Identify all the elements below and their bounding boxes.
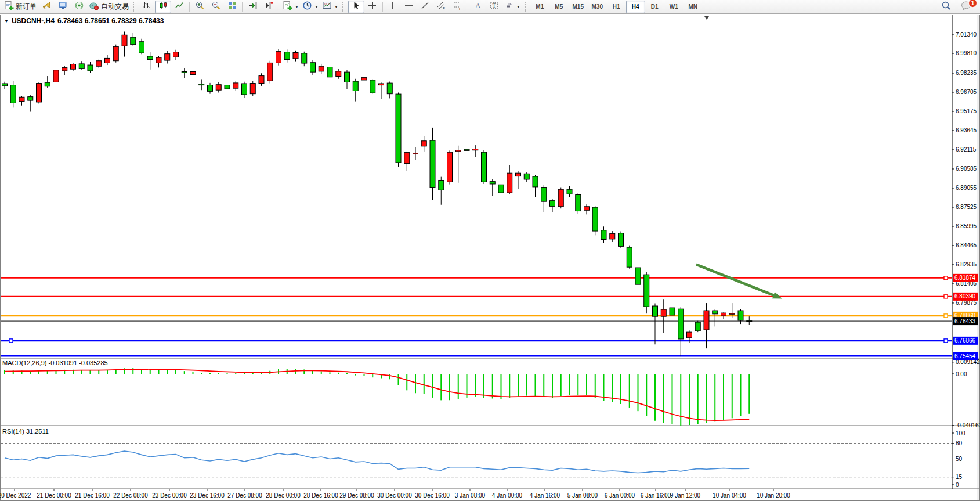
candle-body: [670, 308, 675, 315]
template-icon: [322, 1, 332, 13]
market-depth-button[interactable]: [55, 1, 71, 13]
chart-shift-button[interactable]: [261, 1, 277, 13]
candle-body: [704, 311, 709, 330]
timeframe-button-M1[interactable]: M1: [530, 1, 549, 13]
candle-body: [490, 182, 495, 184]
fibonacci-tool-button[interactable]: F: [450, 1, 466, 13]
candle-body: [576, 195, 581, 211]
search-button[interactable]: [938, 1, 954, 13]
timeframe-button-M5[interactable]: M5: [549, 1, 569, 13]
trendline-tool-button[interactable]: [417, 1, 433, 13]
candle-body: [695, 322, 700, 331]
templates-button[interactable]: ▼: [320, 1, 340, 13]
horn-button[interactable]: [38, 1, 55, 13]
crosshair-icon: [367, 1, 377, 13]
candle-body: [413, 153, 418, 154]
fibonacci-icon: F: [453, 1, 462, 13]
symbol-label[interactable]: ▼ USDCNH-,H4 6.78463 6.78651 6.78329 6.7…: [4, 17, 164, 25]
candle-body: [19, 97, 24, 101]
candle-body: [379, 84, 384, 85]
candle-body: [421, 141, 426, 146]
time-label: 3 Jan 08:00: [455, 492, 486, 499]
price-badge-6.81874: 6.81874: [953, 274, 978, 282]
candle-body: [267, 63, 273, 81]
candle-body: [250, 84, 255, 94]
candle-body: [713, 311, 718, 314]
price-tick-label: 6.92115: [956, 146, 977, 153]
timeframe-button-M30[interactable]: M30: [588, 1, 607, 13]
macd-axis-label: 0.00: [956, 371, 967, 377]
auto-scroll-button[interactable]: [244, 1, 261, 13]
rsi-axis-label: 80: [956, 440, 963, 446]
candle-body: [601, 230, 606, 240]
chevron-down-icon: ▼: [295, 5, 299, 9]
candle-body: [165, 54, 170, 60]
line-chart-button[interactable]: [171, 1, 187, 13]
timeframe-button-W1[interactable]: W1: [664, 1, 684, 13]
zoom-in-button[interactable]: [191, 1, 208, 13]
zoom-out-button[interactable]: [208, 1, 224, 13]
candle-body: [678, 309, 684, 339]
timeframe-button-MN[interactable]: MN: [684, 1, 703, 13]
price-tick-label: 6.99810: [956, 50, 977, 56]
trend-arrow-annotation: [696, 265, 782, 299]
candle-body: [37, 84, 42, 102]
candle-body: [190, 71, 196, 74]
text-tool-button[interactable]: A: [470, 1, 486, 13]
tile-windows-button[interactable]: [224, 1, 240, 13]
price-axis: 7.013406.998106.982356.967056.951756.936…: [952, 15, 980, 489]
candlestick-chart-button[interactable]: [155, 1, 171, 13]
price-tick-label: 6.79875: [956, 300, 977, 306]
chart-shift-marker: [704, 16, 709, 20]
candle-body: [293, 52, 298, 58]
periods-button[interactable]: ▼: [301, 1, 320, 13]
arrows-tool-button[interactable]: ▼: [502, 1, 522, 13]
equidistant-channel-icon: E: [436, 1, 446, 13]
autotrading-button[interactable]: 自动交易: [87, 1, 131, 13]
candle-body: [361, 78, 367, 80]
price-tick-label: 6.96705: [956, 89, 977, 95]
price-tick-label: 7.01340: [956, 31, 977, 38]
timeframe-button-D1[interactable]: D1: [645, 1, 664, 13]
candle-body: [353, 81, 358, 91]
time-label: 9 Jan 12:00: [670, 492, 701, 499]
time-label: 30 Dec 16:00: [415, 492, 450, 499]
price-tick-label: 6.98235: [956, 70, 977, 76]
chart-canvas[interactable]: 7.013406.998106.982356.967056.951756.936…: [0, 15, 980, 501]
rsi-axis-label: 0: [956, 482, 959, 488]
chat-button[interactable]: 1: [958, 1, 974, 13]
new-order-button[interactable]: 新订单: [2, 1, 38, 13]
market-depth-icon: [58, 1, 68, 13]
candle-body: [208, 85, 213, 92]
svg-text:F: F: [459, 7, 461, 10]
symbol-name: USDCNH-,H4: [12, 17, 55, 25]
cursor-tool-button[interactable]: [348, 1, 364, 13]
indicators-button[interactable]: ▼: [281, 1, 301, 13]
candle-body: [370, 80, 375, 93]
svg-text:T: T: [493, 2, 496, 9]
ohlc-values: 6.78463 6.78651 6.78329 6.78433: [57, 17, 164, 25]
crosshair-tool-button[interactable]: [364, 1, 381, 13]
new-order-label: 新订单: [16, 2, 37, 12]
broadcast-button[interactable]: [71, 1, 87, 13]
bar-chart-button[interactable]: [139, 1, 155, 13]
chart-shift-icon: [264, 1, 274, 13]
timeframe-group: M1M5M15M30H1H4D1W1MN: [530, 1, 703, 13]
vertical-line-tool-button[interactable]: [385, 1, 401, 13]
timeframe-button-M15[interactable]: M15: [569, 1, 588, 13]
candle-body: [233, 83, 238, 88]
candle-body: [88, 65, 93, 71]
timeframe-button-H4[interactable]: H4: [626, 1, 645, 13]
timeframe-button-H1[interactable]: H1: [607, 1, 626, 13]
price-tick-label: 6.95175: [956, 108, 977, 114]
symbol-dropdown-icon[interactable]: ▼: [4, 19, 9, 24]
time-label: 27 Dec 08:00: [227, 492, 262, 499]
horizontal-lines: [1, 276, 952, 356]
candle-body: [729, 313, 735, 315]
equidistant-channel-tool-button[interactable]: E: [433, 1, 450, 13]
text-label-tool-button[interactable]: T: [486, 1, 502, 13]
toolbar-separator: [468, 2, 468, 12]
horizontal-line-tool-button[interactable]: [401, 1, 417, 13]
time-label: 4 Jan 00:00: [492, 492, 523, 499]
broadcast-icon: [74, 1, 84, 13]
